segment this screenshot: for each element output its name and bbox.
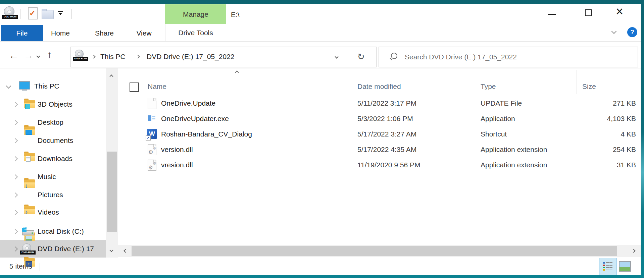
- breadcrumb-this-pc[interactable]: This PC: [100, 52, 126, 62]
- file-type: Application extension: [481, 161, 547, 169]
- column-divider[interactable]: [475, 70, 475, 94]
- tab-home[interactable]: Home: [50, 25, 70, 41]
- window-title: E:\: [231, 11, 240, 19]
- column-header-size[interactable]: Size: [582, 82, 596, 91]
- sidebar-scrollbar-thumb[interactable]: [107, 152, 117, 232]
- sidebar-item-label: Documents: [38, 136, 73, 145]
- address-dropdown-icon[interactable]: [335, 55, 338, 58]
- qat-separator: [71, 9, 72, 19]
- breadcrumb-chevron-icon[interactable]: [92, 55, 95, 58]
- folder-desktop-icon: [24, 126, 35, 135]
- file-type: Application extension: [481, 146, 547, 154]
- tab-share[interactable]: Share: [95, 25, 114, 41]
- tab-view[interactable]: View: [136, 25, 152, 41]
- sidebar-item-label: Local Disk (C:): [38, 227, 84, 235]
- up-button[interactable]: ↑: [47, 50, 52, 60]
- tab-drive-tools[interactable]: Drive Tools: [165, 24, 226, 41]
- file-size: 254 KB: [567, 146, 636, 154]
- dll-icon: [147, 159, 158, 171]
- sidebar-dvd-chip-label: DVD-ROM: [20, 251, 36, 255]
- statusbar-divider: [40, 263, 40, 271]
- application-icon: [147, 113, 158, 124]
- help-button[interactable]: [627, 27, 637, 37]
- details-view-icon: [603, 262, 612, 271]
- breadcrumb-dvd-chip-label: DVD-ROM: [73, 57, 88, 61]
- address-divider: [351, 47, 351, 66]
- tab-file[interactable]: File: [1, 25, 43, 41]
- dvd-rom-chip-label: DVD-ROM: [2, 15, 18, 19]
- file-size: 31 KB: [567, 161, 636, 169]
- sidebar-item-label: DVD Drive (E:) 17: [38, 245, 94, 253]
- desktop: DVD-ROM Manage E:\ File Home Share View …: [0, 0, 644, 278]
- new-folder-icon[interactable]: [42, 10, 54, 19]
- breadcrumb-chevron-icon[interactable]: [136, 55, 140, 58]
- file-name: vresion.dll: [161, 161, 193, 169]
- minimize-button[interactable]: [548, 14, 556, 15]
- folder-downloads-icon: ↓: [24, 179, 35, 188]
- column-header-date-modified[interactable]: Date modified: [357, 82, 401, 91]
- file-date: 5/3/2022 1:06 PM: [357, 115, 413, 123]
- close-button[interactable]: [613, 4, 626, 19]
- column-divider[interactable]: [577, 70, 577, 94]
- file-name: Roshan-Bandara_CV_Dialog: [161, 130, 252, 138]
- column-divider[interactable]: [352, 70, 352, 94]
- word-shortcut-icon: [147, 128, 158, 140]
- file-size: 4,103 KB: [567, 115, 636, 123]
- details-view-button[interactable]: [599, 258, 616, 275]
- sidebar-item-label: Videos: [38, 208, 59, 216]
- folder-documents-icon: [24, 153, 35, 161]
- column-header-type[interactable]: Type: [481, 82, 496, 91]
- sidebar-item-label: Desktop: [38, 118, 63, 126]
- sidebar-item-label: Pictures: [38, 191, 63, 199]
- explorer-window: [0, 4, 641, 275]
- refresh-icon[interactable]: ↻: [357, 51, 365, 62]
- properties-check-icon[interactable]: [28, 7, 38, 19]
- sidebar-item-label: Music: [38, 173, 56, 181]
- column-header-name[interactable]: Name: [148, 82, 166, 91]
- file-date: 5/11/2022 3:17 PM: [357, 99, 416, 107]
- horizontal-scrollbar-thumb[interactable]: [132, 246, 617, 256]
- file-icon: [147, 98, 158, 109]
- thumbnail-view-icon: [619, 261, 631, 272]
- search-box[interactable]: [379, 47, 638, 67]
- qat-separator: [20, 9, 20, 19]
- address-bar[interactable]: DVD-ROM This PC DVD Drive (E:) 17_05_202…: [70, 47, 377, 67]
- breadcrumb-current-folder[interactable]: DVD Drive (E:) 17_05_2022: [147, 52, 234, 62]
- toolbar-divider: [0, 68, 641, 68]
- this-pc-icon: [19, 81, 30, 90]
- customize-toolbar-dropdown-icon[interactable]: [58, 11, 63, 16]
- local-disk-icon: [22, 230, 34, 235]
- folder-3d-objects-icon: [24, 100, 35, 108]
- thumbnail-view-button[interactable]: [618, 260, 631, 272]
- file-size: 271 KB: [567, 99, 636, 107]
- folder-videos-icon: [24, 258, 35, 267]
- sidebar-item-label: Downloads: [38, 155, 72, 163]
- folder-music-icon: ♪: [24, 206, 35, 214]
- select-all-checkbox[interactable]: [130, 82, 139, 92]
- forward-button[interactable]: →: [23, 50, 34, 60]
- file-date: 5/17/2022 4:35 AM: [357, 146, 416, 154]
- sidebar-item-label: 3D Objects: [38, 100, 72, 108]
- search-input[interactable]: [404, 50, 620, 64]
- file-name: OneDrive.Update: [161, 99, 215, 107]
- file-date: 11/19/2020 9:56 PM: [357, 161, 420, 169]
- file-date: 5/17/2022 3:27 AM: [357, 130, 416, 138]
- dll-icon: [147, 144, 158, 155]
- search-icon: [391, 53, 397, 59]
- file-size: 4 KB: [567, 130, 636, 138]
- maximize-button[interactable]: [585, 9, 592, 16]
- file-type: UPDATE File: [481, 99, 522, 107]
- back-button[interactable]: ←: [9, 50, 19, 60]
- file-name: version.dll: [161, 146, 193, 154]
- manage-contextual-tab[interactable]: Manage: [165, 4, 226, 24]
- file-name: OneDriveUpdater.exe: [161, 115, 229, 123]
- file-type: Shortcut: [481, 130, 507, 138]
- sidebar-item-label: This PC: [34, 82, 59, 90]
- file-type: Application: [481, 115, 515, 123]
- ribbon-divider: [0, 41, 641, 42]
